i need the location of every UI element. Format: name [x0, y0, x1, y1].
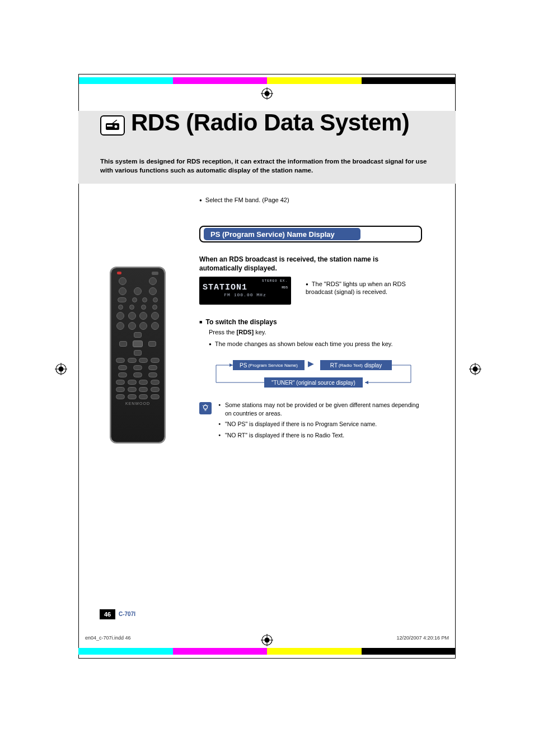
lcd-rds-indicator: RDS	[282, 286, 288, 290]
flow-ps-sub: (Program Service Name)	[248, 363, 297, 368]
manual-page: RDS (Radio Data System) This system is d…	[0, 0, 534, 756]
registration-mark-icon	[261, 634, 273, 646]
lightbulb-icon	[199, 402, 212, 414]
flow-ps-label: PS	[240, 362, 247, 368]
flow-ps-box: PS (Program Service Name)	[233, 360, 305, 370]
svg-line-26	[208, 405, 208, 406]
remote-brand: KENWOOD	[115, 402, 161, 405]
press-instruction: Press the [RDS] key.	[209, 329, 266, 335]
lcd-note: The "RDS" lights up when an RDS broadcas…	[306, 280, 406, 296]
tip-item: "NO RT" is displayed if there is no Radi…	[218, 431, 420, 440]
page-number: 46	[100, 609, 115, 619]
tip-item: "NO PS" is displayed if there is no Prog…	[218, 420, 420, 428]
display-flow-diagram: PS (Program Service Name) ▶ RT (Radio Te…	[199, 354, 422, 389]
arrow-right-icon: ▶	[308, 359, 314, 368]
footer-filename: en04_c-707i.indd 46	[85, 635, 131, 641]
tip-item: Some stations may not be provided or be …	[218, 401, 420, 417]
registration-mark-icon	[55, 363, 67, 375]
remote-control-illustration: KENWOOD	[111, 268, 165, 442]
svg-point-19	[115, 125, 118, 128]
flow-tuner-box: "TUNER" (original source display)	[264, 377, 363, 388]
select-fm-note: Select the FM band. (Page 42)	[199, 197, 289, 203]
flow-rt-tail: display	[364, 362, 382, 368]
lcd-display: STEREO EX. STATION1 RDS FM 100.00 MHz	[199, 277, 291, 305]
flow-rt-box: RT (Radio Text) display	[320, 360, 392, 370]
svg-marker-21	[365, 381, 368, 384]
page-title: RDS (Radio Data System)	[131, 109, 409, 136]
registration-mark-icon	[261, 87, 273, 100]
lcd-frequency: FM 100.00 MHz	[203, 292, 288, 297]
color-bar	[78, 648, 456, 655]
registration-mark-icon	[469, 363, 481, 375]
radio-icon	[100, 115, 125, 136]
lcd-indicators: STEREO EX.	[203, 279, 288, 283]
model-number: C-707I	[119, 611, 135, 617]
section-intro: When an RDS broadcast is received, the s…	[199, 255, 422, 273]
lcd-station-name: STATION1	[203, 283, 288, 292]
svg-rect-18	[107, 125, 113, 127]
footer-timestamp: 12/20/2007 4:20:16 PM	[396, 635, 449, 641]
svg-line-25	[203, 405, 203, 406]
section-heading: PS (Program Service) Name Display	[204, 228, 360, 240]
intro-text: This system is designed for RDS receptio…	[100, 157, 430, 175]
tips-list: Some stations may not be provided or be …	[218, 401, 420, 442]
svg-point-22	[204, 405, 208, 409]
switch-displays-heading: To switch the displays	[199, 318, 277, 326]
flow-rt-label: RT	[330, 362, 338, 368]
flow-rt-sub: (Radio Text)	[339, 363, 363, 368]
section-heading-bar: PS (Program Service) Name Display	[199, 226, 422, 242]
mode-change-note: The mode changes as shown below each tim…	[209, 340, 393, 347]
